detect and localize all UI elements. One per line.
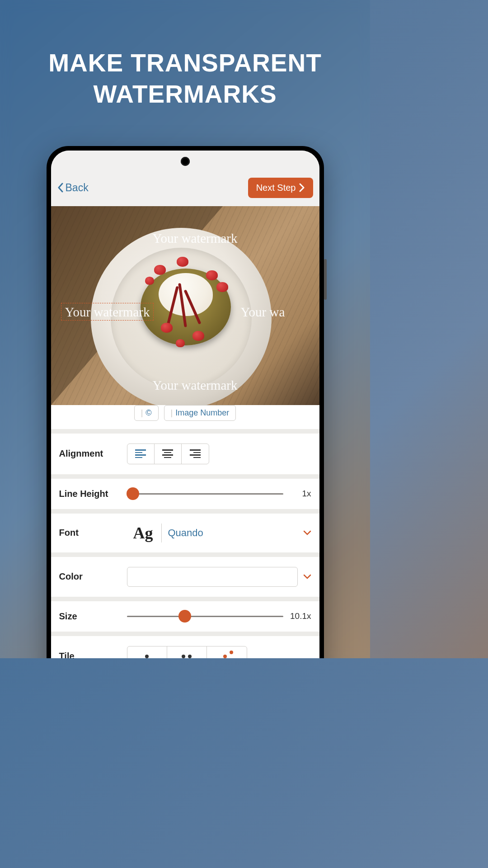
color-row: Color	[51, 552, 319, 597]
alignment-label: Alignment	[59, 448, 127, 459]
font-row: Font Ag Quando	[51, 509, 319, 552]
back-button[interactable]: Back	[57, 182, 89, 194]
align-right-button[interactable]	[182, 444, 209, 464]
camera-cutout	[181, 157, 190, 166]
image-preview[interactable]: rmark Your watermark Your watermark Your…	[51, 206, 319, 405]
size-value: 10.1x	[290, 611, 311, 621]
chevron-right-icon	[299, 183, 305, 192]
color-label: Color	[59, 571, 127, 582]
align-center-button[interactable]	[155, 444, 182, 464]
tile-double-button[interactable]	[167, 646, 207, 659]
tile-group	[127, 646, 247, 659]
tile-diagonal-button[interactable]	[207, 646, 247, 659]
size-row: Size 10.1x	[51, 597, 319, 632]
line-height-label: Line Height	[59, 489, 127, 499]
next-step-button[interactable]: Next Step	[248, 178, 313, 198]
tile-row: Tile	[51, 632, 319, 659]
font-label: Font	[59, 528, 127, 538]
tile-single-button[interactable]	[127, 646, 167, 659]
alignment-row: Alignment	[51, 429, 319, 474]
image-number-insert-button[interactable]: |Image Number	[164, 405, 236, 421]
align-left-button[interactable]	[127, 444, 155, 464]
chevron-down-icon[interactable]	[303, 571, 311, 582]
tile-label: Tile	[59, 651, 127, 658]
line-height-slider[interactable]	[127, 493, 283, 495]
slider-thumb[interactable]	[178, 610, 191, 623]
size-label: Size	[59, 611, 127, 622]
watermark-tile: Your watermark	[153, 378, 238, 393]
copyright-insert-button[interactable]: |©	[134, 405, 159, 421]
line-height-value: 1x	[290, 489, 311, 499]
chevron-left-icon	[57, 183, 64, 193]
phone-mockup: Back Next Step	[47, 146, 324, 659]
back-label: Back	[66, 182, 89, 194]
slider-thumb[interactable]	[127, 487, 139, 500]
font-preview-glyph: Ag	[133, 524, 162, 542]
promo-title: MAKE TRANSPARENT WATERMARKS	[0, 47, 370, 110]
font-select[interactable]: Quando	[168, 527, 297, 539]
watermark-tile: Your wa	[241, 305, 285, 320]
watermark-selected[interactable]: Your watermark	[61, 303, 154, 321]
insert-row: |© |Image Number	[51, 405, 319, 429]
color-swatch[interactable]	[127, 567, 298, 587]
size-slider[interactable]	[127, 616, 283, 617]
alignment-group	[127, 443, 209, 464]
next-label: Next Step	[256, 183, 296, 193]
watermark-tile: Your watermark	[153, 231, 238, 246]
line-height-row: Line Height 1x	[51, 474, 319, 509]
chevron-down-icon[interactable]	[303, 528, 311, 538]
